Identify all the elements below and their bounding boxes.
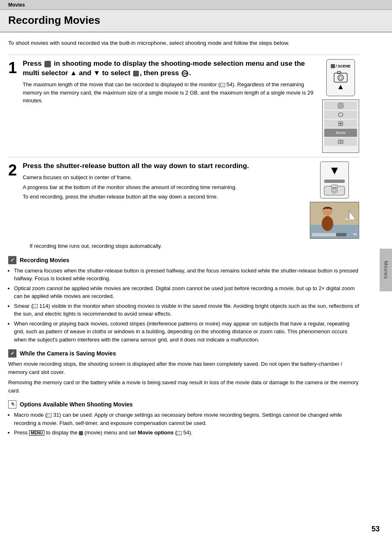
note-options-header: ✎ Options Available When Shooting Movies: [8, 400, 359, 408]
recording-movies-bullets: The camera focuses when the shutter-rele…: [14, 267, 359, 344]
step-2-title: Press the shutter-release button all the…: [23, 162, 310, 171]
svg-rect-3: [337, 72, 341, 74]
svg-rect-4: [338, 103, 343, 108]
menu-item-1: [324, 102, 357, 110]
side-tab: Movies: [380, 249, 392, 291]
viewfinder-diagram: REC: [310, 202, 359, 239]
page-header: Movies: [0, 0, 392, 10]
up-arrow: ▲: [337, 83, 344, 91]
page: Movies Recording Movies To shoot movies …: [0, 0, 392, 540]
note-saving-movies: ✓ While the Camera is Saving Movies When…: [8, 349, 359, 395]
header-title: Movies: [8, 2, 25, 8]
down-arrow-icon: ▼: [329, 164, 340, 177]
page-number: 53: [371, 525, 380, 533]
svg-point-7: [340, 123, 342, 125]
check-icon-recording: ✓: [8, 256, 16, 264]
note-options-title: Options Available When Shooting Movies: [20, 401, 133, 408]
step-2-number: 2: [8, 162, 17, 239]
step-2-images: ▼ REC: [310, 162, 359, 239]
scene-label: / SCENE: [331, 64, 350, 68]
step-1-content: Press in shooting mode to display the sh…: [23, 59, 322, 153]
menu-item-5: [324, 138, 357, 146]
content-area: To shoot movies with sound recorded via …: [0, 32, 367, 446]
options-bullet-1: Macro mode (□ 31) can be used. Apply or …: [14, 411, 359, 427]
bullet-4: When recording or playing back movies, c…: [14, 320, 359, 344]
main-title: Recording Movies: [8, 14, 384, 27]
pencil-icon: ✎: [8, 400, 16, 408]
svg-rect-15: [310, 225, 359, 239]
intro-text: To shoot movies with sound recorded via …: [8, 39, 359, 47]
time-remaining: 4s: [353, 232, 357, 236]
svg-point-2: [339, 76, 342, 79]
step-1-body: The maximum length of the movie that can…: [23, 81, 322, 105]
check-icon-saving: ✓: [8, 349, 16, 358]
svg-rect-8: [338, 140, 343, 143]
step-2-body: Camera focuses on subject in center of f…: [23, 173, 310, 201]
progress-bar-bg: [312, 233, 346, 236]
bullet-3: Smear (□ 114) visible in the monitor whe…: [14, 302, 359, 318]
step-1-number: 1: [8, 59, 17, 153]
shutter-button-diagram: ▼: [320, 162, 349, 198]
note-saving-movies-header: ✓ While the Camera is Saving Movies: [8, 349, 359, 358]
note-recording-movies-title: Recording Movies: [20, 257, 69, 263]
svg-point-1: [338, 75, 344, 81]
menu-item-3: [324, 120, 357, 128]
bullet-2: Optical zoom cannot be applied while mov…: [14, 284, 359, 300]
step-1: 1 Press in shooting mode to display the …: [8, 55, 359, 153]
svg-point-5: [339, 104, 342, 107]
camera-body-svg: [324, 185, 345, 196]
menu-panel-diagram: Movie: [322, 99, 359, 153]
note-recording-movies-header: ✓ Recording Movies: [8, 256, 359, 264]
options-bullets: Macro mode (□ 31) can be used. Apply or …: [14, 411, 359, 437]
saving-movies-para-2: Removing the memory card or the battery …: [8, 378, 359, 395]
note-options-shooting: ✎ Options Available When Shooting Movies…: [8, 400, 359, 437]
scene-button-diagram: / SCENE ▲: [326, 59, 355, 96]
menu-item-movie: Movie: [324, 129, 357, 137]
note-saving-movies-title: While the Camera is Saving Movies: [20, 350, 116, 357]
bullet-1: The camera focuses when the shutter-rele…: [14, 267, 359, 283]
main-title-bar: Recording Movies: [0, 10, 392, 32]
options-bullet-2: Press MENU to display the (movie) menu a…: [14, 429, 359, 437]
step-1-title: Press in shooting mode to display the sh…: [23, 59, 322, 78]
saving-movies-para-1: When movie recording stops, the shooting…: [8, 360, 359, 376]
shutter-line: [324, 180, 345, 183]
menu-item-2: [324, 111, 357, 119]
step-2-footer: If recording time runs out, recording st…: [30, 242, 359, 250]
svg-point-9: [340, 141, 341, 143]
progress-bar-fill: [312, 233, 336, 236]
step-2: 2 Press the shutter-release button all t…: [8, 157, 359, 250]
step-1-images: / SCENE ▲: [322, 59, 359, 153]
svg-point-20: [322, 216, 333, 231]
step-2-content: Press the shutter-release button all the…: [23, 162, 310, 239]
note-recording-movies: ✓ Recording Movies The camera focuses wh…: [8, 256, 359, 344]
